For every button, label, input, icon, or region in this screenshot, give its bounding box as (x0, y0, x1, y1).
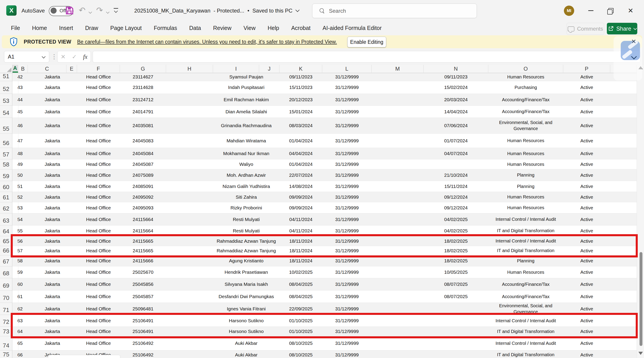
row-header[interactable]: 74 (0, 336, 12, 351)
restore-button[interactable] (604, 0, 617, 21)
column-header-p[interactable]: P (563, 65, 610, 73)
cell-name[interactable]: Grinandia Rachmaudina (213, 118, 280, 133)
cell-date_mid[interactable]: 04/07/2024 (424, 148, 488, 159)
cell-name[interactable]: Resti Mulyati (213, 213, 280, 225)
cell-status[interactable]: Active (563, 336, 610, 350)
cell-status[interactable]: Active (563, 148, 610, 159)
column-header-j[interactable]: J (259, 65, 280, 73)
enable-editing-button[interactable]: Enable Editing (347, 37, 386, 47)
cell-date_mid[interactable]: 21/10/2024 (424, 170, 488, 181)
cell-dept[interactable]: Accounting/Finance/Tax (488, 94, 563, 106)
cell-date_end[interactable]: 31/12/9999 (322, 170, 372, 181)
cell-office[interactable]: Head Office (77, 94, 120, 106)
tab-draw[interactable]: Draw (79, 21, 104, 35)
tab-review[interactable]: Review (207, 21, 238, 35)
cell-no[interactable]: 53 (12, 202, 28, 213)
cell-status[interactable]: Active (563, 291, 610, 303)
quick-access-toolbar-button[interactable] (113, 7, 119, 13)
row-header[interactable]: 61 (0, 192, 12, 202)
cell-status[interactable]: Active (563, 134, 610, 148)
tab-formulas[interactable]: Formulas (148, 21, 183, 35)
cell-name[interactable]: Mahdian Wiratama (213, 134, 280, 148)
cell-emp_id[interactable]: 23124712 (120, 94, 166, 106)
row-header[interactable]: 62 (0, 202, 12, 213)
tab-help[interactable]: Help (262, 21, 285, 35)
row-header[interactable]: 65 (0, 236, 12, 246)
scroll-down-icon[interactable] (638, 352, 643, 355)
cell-dept[interactable]: IT and Digital Transformation (488, 351, 563, 358)
cell-dept[interactable]: Environmental, Social, and Governance (488, 118, 563, 133)
cell-name[interactable]: Auki Akbar (213, 336, 280, 350)
cell-date_mid[interactable]: 15/11/2024 (424, 181, 488, 192)
cell-emp_id[interactable]: 25045856 (120, 278, 166, 290)
cell-date_end[interactable]: 31/12/9999 (322, 118, 372, 133)
cell-name[interactable]: Waliyo (213, 159, 280, 169)
cell-date_end[interactable]: 31/12/9999 (322, 291, 372, 303)
cell-dept[interactable]: Accounting/Finance/Tax (488, 106, 563, 118)
cell-dept[interactable]: Human Resources (488, 266, 563, 278)
cell-dept[interactable]: Human Resources (488, 148, 563, 159)
cell-date_start[interactable]: 08/10/2025 (280, 336, 322, 350)
enter-button[interactable]: ✓ (72, 53, 77, 60)
redo-dropdown-icon[interactable] (106, 10, 110, 14)
minimize-button[interactable] (584, 0, 597, 21)
cell-city[interactable]: Jakarta (28, 266, 77, 278)
cell-city[interactable]: Jakarta (28, 159, 77, 169)
cell-city[interactable]: Jakarta (28, 106, 77, 118)
cell-date_mid[interactable]: 01/07/2024 (424, 134, 488, 148)
cell-emp_id[interactable]: 24085091 (120, 181, 166, 192)
cell-emp_id[interactable]: 24014791 (120, 106, 166, 118)
cell-date_start[interactable]: 01/04/2024 (280, 134, 322, 148)
cell-emp_id[interactable]: 24115664 (120, 213, 166, 225)
row-header[interactable]: 68 (0, 266, 12, 278)
cell-emp_id[interactable]: 24095093 (120, 202, 166, 213)
close-button[interactable]: ✕ (624, 0, 637, 21)
cell-name[interactable]: Silvyana Maria Isakh (213, 278, 280, 290)
cell-office[interactable]: Head Office (77, 81, 120, 94)
formula-input[interactable] (93, 51, 640, 63)
cell-office[interactable]: Head Office (77, 202, 120, 213)
row-header[interactable]: 67 (0, 255, 12, 266)
column-header-b[interactable]: B (18, 65, 28, 73)
comments-button[interactable]: Comments (566, 23, 604, 35)
cell-no[interactable]: 66 (12, 351, 28, 358)
cell-status[interactable]: Active (563, 266, 610, 278)
cell-status[interactable]: Active (563, 192, 610, 202)
cell-date_end[interactable]: 31/12/9999 (322, 278, 372, 290)
cell-no[interactable]: 52 (12, 192, 28, 202)
name-box[interactable]: A1 (4, 51, 49, 63)
tab-home[interactable]: Home (26, 21, 53, 35)
cell-date_start[interactable]: 04/04/2024 (280, 148, 322, 159)
column-header-h[interactable]: H (166, 65, 213, 73)
cell-status[interactable]: Active (563, 118, 610, 133)
cell-city[interactable]: Jakarta (28, 278, 77, 290)
undo-button[interactable]: ↶ (79, 6, 86, 15)
cell-emp_id[interactable]: 24035081 (120, 118, 166, 133)
row-header[interactable]: 58 (0, 159, 12, 170)
row-header[interactable]: 64 (0, 225, 12, 236)
column-header-k[interactable]: K (280, 65, 322, 73)
row-header[interactable]: 71 (0, 303, 12, 315)
cell-date_end[interactable]: 31/12/9999 (322, 94, 372, 106)
cell-name[interactable]: Hendrik Prasetiawan (213, 266, 280, 278)
cell-date_end[interactable]: 31/12/9999 (322, 266, 372, 278)
cell-date_mid[interactable]: 20/03/2024 (424, 94, 488, 106)
cell-no[interactable]: 42 (12, 73, 28, 81)
cell-status[interactable]: Active (563, 351, 610, 358)
cell-date_start[interactable]: 04/11/2024 (280, 213, 322, 225)
cell-no[interactable]: 45 (12, 106, 28, 118)
row-header[interactable]: 51 (0, 73, 12, 81)
cell-city[interactable]: Jakarta (28, 170, 77, 181)
cancel-button[interactable]: ✕ (61, 53, 66, 60)
cell-emp_id[interactable]: 24045083 (120, 134, 166, 148)
cell-city[interactable]: Jakarta (28, 181, 77, 192)
row-header[interactable]: 55 (0, 118, 12, 134)
cell-date_mid[interactable]: 04/02/2025 (424, 213, 488, 225)
row-header[interactable]: 70 (0, 291, 12, 303)
cell-dept[interactable]: Planning (488, 170, 563, 181)
cell-date_end[interactable]: 31/12/9999 (322, 336, 372, 350)
cell-date_end[interactable]: 31/12/9999 (322, 73, 372, 81)
cell-office[interactable]: Head Office (77, 118, 120, 133)
cell-city[interactable]: Jakarta (28, 134, 77, 148)
row-header[interactable]: 53 (0, 94, 12, 106)
